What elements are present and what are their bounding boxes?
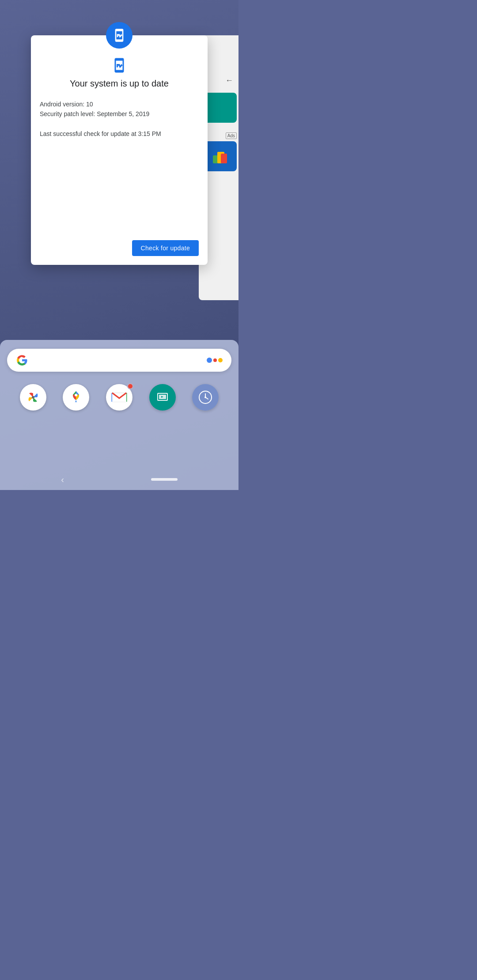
assistant-dot-red	[213, 358, 217, 362]
dialog-title: Your system is up to date	[40, 79, 199, 89]
back-arrow-icon[interactable]: ←	[225, 76, 233, 85]
pinwheel-icon	[25, 389, 42, 406]
android-version-text: Android version: 10	[40, 99, 199, 109]
files-app-tile	[203, 141, 237, 171]
svg-point-6	[75, 394, 77, 396]
clock-icon	[197, 389, 213, 405]
navigation-bar: ‹	[0, 469, 238, 490]
dialog-phone-icon-wrapper	[40, 57, 199, 73]
slides-editor-app-icon[interactable]	[149, 384, 176, 411]
pinwheel-app-icon[interactable]	[20, 384, 46, 411]
gmail-app-icon[interactable]	[106, 384, 132, 411]
phone-update-icon	[111, 57, 127, 73]
dialog-info: Android version: 10 Security patch level…	[40, 99, 199, 139]
system-update-dialog: Your system is up to date Android versio…	[31, 22, 208, 265]
download-phone-icon	[112, 28, 126, 42]
clock-app-icon[interactable]	[192, 384, 219, 411]
google-g-logo	[16, 354, 28, 366]
maps-icon	[67, 388, 85, 406]
google-assistant-icon[interactable]	[207, 358, 223, 363]
assistant-dot-yellow	[218, 358, 223, 362]
gmail-icon	[111, 391, 127, 403]
nav-home-pill[interactable]	[151, 478, 178, 481]
google-search-bar[interactable]	[7, 349, 231, 372]
slides-app-tile	[203, 93, 237, 123]
app-icons-row	[7, 384, 231, 411]
check-update-button[interactable]: Check for update	[132, 240, 199, 256]
maps-app-icon[interactable]	[63, 384, 89, 411]
assistant-dot-blue	[207, 358, 212, 363]
ad-badge: Ads	[226, 132, 237, 139]
nav-back-button[interactable]: ‹	[61, 475, 64, 485]
dialog-spacer	[40, 148, 199, 233]
dialog-actions: Check for update	[40, 240, 199, 256]
update-circle-icon	[106, 22, 132, 49]
last-check-text: Last successful check for update at 3:15…	[40, 129, 199, 139]
svg-point-4	[32, 396, 34, 399]
files-icon	[211, 147, 229, 165]
dialog-card: Your system is up to date Android versio…	[31, 35, 208, 265]
slides-editor-icon	[155, 390, 170, 404]
home-screen: ‹	[0, 340, 238, 490]
svg-rect-2	[221, 154, 227, 163]
svg-point-13	[204, 396, 206, 398]
gmail-notification-badge	[127, 383, 133, 389]
security-patch-text: Security patch level: September 5, 2019	[40, 109, 199, 119]
